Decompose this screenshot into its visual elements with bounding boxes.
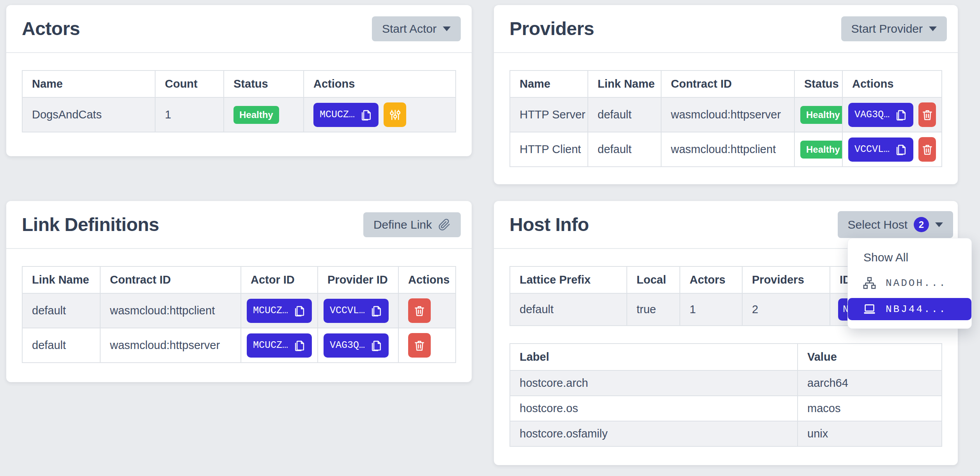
actor-id-copy-button[interactable]: MCUCZ… bbox=[313, 103, 379, 127]
column-header: Actions bbox=[304, 71, 456, 97]
provider-contract-id: wasmcloud:httpclient bbox=[661, 132, 794, 167]
dropdown-item-host[interactable]: NADOH... bbox=[848, 272, 971, 294]
table-row: HTTP Server default wasmcloud:httpserver… bbox=[510, 97, 942, 132]
chevron-down-icon bbox=[929, 26, 937, 31]
provider-id-label: VCCVL… bbox=[330, 305, 365, 316]
dropdown-item-host-selected[interactable]: NBJ44... bbox=[848, 298, 971, 320]
start-provider-button[interactable]: Start Provider bbox=[841, 16, 947, 41]
copy-icon bbox=[370, 304, 382, 317]
page-title-actors: Actors bbox=[22, 18, 80, 39]
provider-name: HTTP Client bbox=[510, 132, 588, 167]
actor-name: DogsAndCats bbox=[22, 97, 155, 132]
lattice-prefix: default bbox=[510, 293, 627, 326]
start-provider-label: Start Provider bbox=[851, 22, 923, 35]
trash-icon bbox=[413, 304, 426, 317]
table-row: hostcore.osfamily unix bbox=[510, 421, 942, 446]
provider-link-name: default bbox=[588, 132, 661, 167]
column-header: Local bbox=[627, 266, 680, 293]
host-label-value: macos bbox=[798, 396, 942, 421]
select-host-button[interactable]: Select Host 2 bbox=[838, 211, 953, 238]
table-header-row: Link Name Contract ID Actor ID Provider … bbox=[22, 266, 456, 293]
stop-provider-button[interactable] bbox=[918, 137, 936, 162]
copy-icon bbox=[294, 304, 306, 317]
host-id-label: NBJ44... bbox=[886, 303, 947, 315]
sitemap-icon bbox=[863, 276, 876, 290]
select-host-dropdown: Show All NADOH... NBJ44... bbox=[847, 238, 972, 329]
column-header: Label bbox=[510, 344, 798, 370]
actor-id-copy-button[interactable]: MCUCZ… bbox=[247, 333, 312, 358]
providers-panel: Providers Start Provider Name Link Name … bbox=[494, 5, 958, 184]
copy-icon bbox=[895, 143, 907, 156]
column-header: Contract ID bbox=[661, 71, 794, 97]
provider-id-copy-button[interactable]: VCCVL… bbox=[848, 138, 913, 162]
host-local: true bbox=[627, 293, 680, 326]
provider-id-copy-button[interactable]: VAG3Q… bbox=[324, 333, 389, 358]
column-header: Count bbox=[155, 71, 224, 97]
provider-id-copy-button[interactable]: VAG3Q… bbox=[848, 103, 913, 127]
actors-header: Actors Start Actor bbox=[6, 5, 472, 53]
delete-link-button[interactable] bbox=[408, 298, 431, 323]
status-badge: Healthy bbox=[800, 141, 842, 159]
copy-icon bbox=[360, 108, 372, 122]
page-title-providers: Providers bbox=[509, 18, 594, 39]
table-row: default wasmcloud:httpclient MCUCZ… VCCV… bbox=[22, 293, 456, 328]
link-contract-id: wasmcloud:httpclient bbox=[100, 293, 241, 328]
table-header-row: Name Link Name Contract ID Status Action… bbox=[510, 71, 942, 97]
table-row: HTTP Client default wasmcloud:httpclient… bbox=[510, 132, 942, 167]
column-header: Name bbox=[22, 71, 155, 97]
chevron-down-icon bbox=[935, 222, 943, 227]
link-definitions-header: Link Definitions Define Link bbox=[6, 201, 472, 249]
actors-table: Name Count Status Actions DogsAndCats 1 … bbox=[22, 70, 456, 132]
column-header: Status bbox=[794, 71, 842, 97]
actors-panel: Actors Start Actor Name Count Status Act… bbox=[6, 5, 472, 156]
provider-contract-id: wasmcloud:httpserver bbox=[661, 97, 794, 132]
copy-icon bbox=[294, 339, 306, 352]
column-header: Name bbox=[510, 71, 588, 97]
start-actor-button[interactable]: Start Actor bbox=[372, 16, 461, 41]
host-label-value: unix bbox=[798, 421, 942, 446]
chevron-down-icon bbox=[443, 26, 451, 31]
link-definitions-panel: Link Definitions Define Link Link Name C… bbox=[6, 201, 472, 382]
column-header: Actions bbox=[398, 266, 456, 293]
provider-id-label: VCCVL… bbox=[854, 144, 890, 155]
trash-icon bbox=[413, 339, 426, 352]
actor-id-label: MCUCZ… bbox=[320, 109, 355, 120]
providers-header: Providers Start Provider bbox=[494, 5, 958, 53]
column-header: Link Name bbox=[588, 71, 661, 97]
stop-provider-button[interactable] bbox=[918, 102, 936, 127]
page-title-link-definitions: Link Definitions bbox=[22, 214, 159, 235]
copy-icon bbox=[895, 108, 907, 122]
table-row: hostcore.arch aarch64 bbox=[510, 370, 942, 396]
host-label: hostcore.os bbox=[510, 396, 798, 421]
dropdown-item-show-all[interactable]: Show All bbox=[848, 247, 971, 269]
column-header: Actors bbox=[680, 266, 742, 293]
copy-icon bbox=[370, 339, 382, 352]
trash-icon bbox=[921, 108, 934, 122]
actor-scale-button[interactable] bbox=[384, 102, 406, 127]
define-link-button[interactable]: Define Link bbox=[363, 212, 461, 237]
provider-id-copy-button[interactable]: VCCVL… bbox=[324, 299, 389, 323]
providers-table: Name Link Name Contract ID Status Action… bbox=[509, 70, 942, 167]
host-labels-table: Label Value hostcore.arch aarch64 hostco… bbox=[509, 343, 942, 447]
status-badge: Healthy bbox=[234, 106, 279, 124]
provider-link-name: default bbox=[588, 97, 661, 132]
column-header: Value bbox=[798, 344, 942, 370]
laptop-icon bbox=[863, 302, 876, 316]
trash-icon bbox=[921, 143, 934, 156]
paperclip-icon bbox=[438, 219, 451, 231]
column-header: Contract ID bbox=[100, 266, 241, 293]
host-id-label: NADOH... bbox=[886, 277, 947, 289]
actor-id-copy-button[interactable]: MCUCZ… bbox=[247, 299, 312, 323]
delete-link-button[interactable] bbox=[408, 333, 431, 358]
column-header: Link Name bbox=[22, 266, 100, 293]
table-header-row: Name Count Status Actions bbox=[22, 71, 456, 97]
sliders-icon bbox=[388, 108, 402, 122]
column-header: Providers bbox=[742, 266, 830, 293]
host-info-panel: Host Info Select Host 2 Show All NADOH..… bbox=[494, 201, 958, 465]
select-host-label: Select Host bbox=[848, 218, 907, 231]
host-providers-count: 2 bbox=[742, 293, 830, 326]
host-label: hostcore.osfamily bbox=[510, 421, 798, 446]
column-header: Provider ID bbox=[318, 266, 398, 293]
link-name: default bbox=[22, 293, 100, 328]
host-count-badge: 2 bbox=[914, 217, 929, 232]
